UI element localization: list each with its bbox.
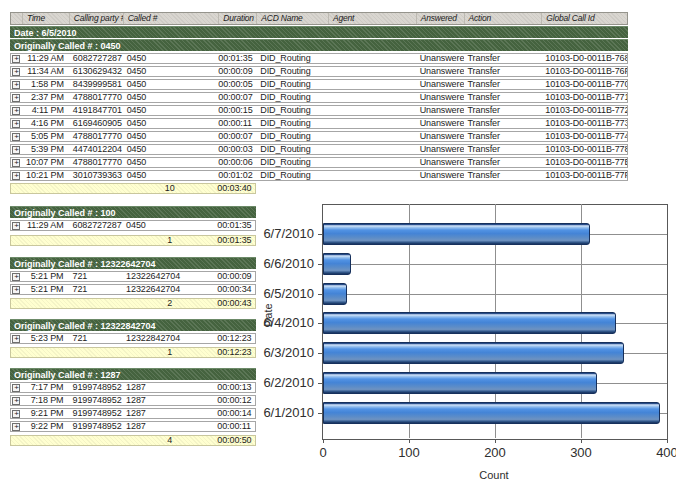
expand-plus-icon[interactable]: +	[12, 159, 20, 167]
chart-bar	[323, 312, 616, 334]
cell-duration: 00:00:09	[218, 67, 256, 76]
call-row: +11:34 AM6130629432045000:00:09DID_Routi…	[10, 66, 628, 77]
expand-plus-icon[interactable]: +	[12, 81, 20, 89]
chart-x-tick-label: 300	[561, 445, 601, 460]
cell-answered: Unanswered	[416, 119, 464, 128]
cell-duration: 00:00:15	[218, 106, 256, 115]
expand-plus-icon[interactable]: +	[12, 68, 20, 76]
cell-acd: DID_Routing	[256, 80, 328, 89]
expand-plus-icon[interactable]: +	[12, 55, 20, 63]
cell-calling: 721	[69, 272, 123, 281]
call-row: +7:18 PM9199748952128700:00:12	[10, 395, 256, 406]
expand-plus-icon[interactable]: +	[12, 172, 20, 180]
expand-cell: +	[11, 159, 22, 167]
cell-called: 1287	[122, 409, 217, 418]
call-row: +9:22 PM9199748952128700:00:11	[10, 421, 256, 432]
cell-duration: 00:00:05	[218, 80, 256, 89]
cell-calling: 9199748952	[69, 383, 123, 392]
expand-plus-icon[interactable]: +	[12, 120, 20, 128]
cell-time: 7:17 PM	[22, 383, 69, 392]
group-summary-row: 400:00:50	[10, 435, 256, 446]
cell-time: 9:21 PM	[22, 409, 69, 418]
expand-plus-icon[interactable]: +	[12, 335, 20, 343]
cell-time: 5:21 PM	[22, 285, 69, 294]
cell-calling: 4191847701	[69, 106, 123, 115]
column-header-calling: Calling party #	[69, 13, 123, 24]
date-group-header: Date : 6/5/2010	[10, 26, 628, 38]
cell-time: 5:23 PM	[22, 334, 69, 343]
expand-plus-icon[interactable]: +	[12, 384, 20, 392]
table-header-row: TimeCalling party #Called #DurationACD N…	[10, 12, 628, 25]
cell-duration: 00:00:34	[217, 285, 255, 294]
cell-global_id: 10103-D0-0011B-77F	[541, 171, 627, 180]
expand-plus-icon[interactable]: +	[12, 273, 20, 281]
group-header-0450: Originally Called # : 0450	[10, 39, 628, 51]
cell-calling: 8439999581	[69, 80, 123, 89]
expand-plus-icon[interactable]: +	[12, 146, 20, 154]
cell-calling: 721	[69, 285, 123, 294]
cell-calling: 6169460905	[69, 119, 123, 128]
cell-global_id: 10103-D0-0011B-76F	[541, 67, 627, 76]
chart-y-tick	[318, 264, 322, 265]
chart-y-tick	[318, 383, 322, 384]
cell-action: Transfer	[464, 93, 542, 102]
cell-called: 12322642704	[122, 285, 217, 294]
chart-y-tick	[318, 413, 322, 414]
cell-duration: 00:01:35	[217, 221, 255, 230]
summary-total-duration: 00:03:40	[217, 184, 255, 193]
call-row: +10:21 PM3010739363045000:01:02DID_Routi…	[10, 170, 628, 181]
expand-plus-icon[interactable]: +	[12, 222, 20, 230]
cell-calling: 9199748952	[69, 422, 123, 431]
cell-acd: DID_Routing	[256, 106, 328, 115]
cell-time: 2:37 PM	[22, 93, 69, 102]
chart-bar	[323, 372, 597, 394]
cell-time: 10:21 PM	[22, 171, 69, 180]
expand-plus-icon[interactable]: +	[12, 286, 20, 294]
chart-bar	[323, 402, 660, 424]
cell-global_id: 10103-D0-0011B-770	[541, 80, 627, 89]
chart-horizontal-gridline	[323, 294, 667, 295]
expand-cell: +	[11, 68, 22, 76]
cell-calling: 4474012204	[69, 145, 123, 154]
cell-answered: Unanswered	[416, 145, 464, 154]
cell-time: 5:21 PM	[22, 272, 69, 281]
chart-y-tick	[318, 323, 322, 324]
chart-category-label: 6/3/2010	[258, 346, 314, 360]
column-header-global_id: Global Call Id	[541, 13, 627, 24]
cell-answered: Unanswered	[416, 106, 464, 115]
group-section: Originally Called # : 100+11:29 AM608272…	[10, 206, 256, 246]
cell-global_id: 10103-D0-0011B-77E	[541, 158, 627, 167]
group-section: Originally Called # : 12322642704+5:21 P…	[10, 257, 256, 309]
cell-duration: 00:00:06	[218, 158, 256, 167]
cell-time: 10:07 PM	[22, 158, 69, 167]
summary-count: 1	[122, 348, 217, 357]
cell-action: Transfer	[464, 171, 542, 180]
cell-global_id: 10103-D0-0011B-768	[541, 54, 627, 63]
group-summary-row: 100:01:35	[10, 235, 256, 246]
cell-answered: Unanswered	[416, 158, 464, 167]
expand-plus-icon[interactable]: +	[12, 423, 20, 431]
expand-plus-icon[interactable]: +	[12, 397, 20, 405]
summary-total-duration: 00:00:50	[217, 436, 255, 445]
call-row: +7:17 PM9199748952128700:00:13	[10, 382, 256, 393]
group-summary-row: 100:12:23	[10, 347, 256, 358]
group-header: Originally Called # : 12322642704	[10, 257, 256, 269]
cell-time: 5:39 PM	[22, 145, 69, 154]
expand-plus-icon[interactable]: +	[12, 410, 20, 418]
group-summary-row: 1000:03:40	[10, 183, 256, 194]
summary-count: 2	[122, 299, 217, 308]
expand-plus-icon[interactable]: +	[12, 107, 20, 115]
cell-acd: DID_Routing	[256, 54, 328, 63]
cell-acd: DID_Routing	[256, 158, 328, 167]
cell-called: 1287	[122, 383, 217, 392]
column-header-answered: Answered	[416, 13, 464, 24]
cell-time: 5:05 PM	[22, 132, 69, 141]
cell-called: 0450	[123, 67, 219, 76]
call-row: +4:11 PM4191847701045000:00:15DID_Routin…	[10, 105, 628, 116]
expand-plus-icon[interactable]: +	[12, 94, 20, 102]
expand-plus-icon[interactable]: +	[12, 133, 20, 141]
cell-time: 4:16 PM	[22, 119, 69, 128]
cell-answered: Unanswered	[416, 132, 464, 141]
cell-action: Transfer	[464, 158, 542, 167]
expand-cell: +	[11, 120, 22, 128]
